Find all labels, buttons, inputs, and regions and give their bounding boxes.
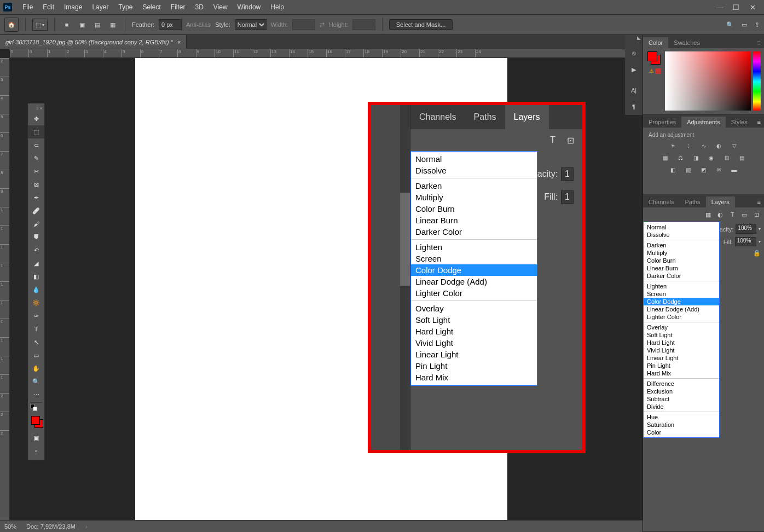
quick-select-tool[interactable]: ✎ [28, 152, 44, 165]
menu-file[interactable]: File [18, 3, 38, 11]
pen-tool[interactable]: ✑ [28, 309, 44, 322]
hand-tool[interactable]: ✋ [28, 362, 44, 375]
menu-filter[interactable]: Filter [166, 3, 190, 11]
blend-option[interactable]: Color Dodge [411, 264, 537, 276]
blend-option[interactable]: Color Dodge [644, 298, 719, 305]
search-icon[interactable]: 🔍 [726, 21, 734, 28]
zoomed-shape-filter-icon[interactable]: ⊡ [564, 134, 577, 147]
blend-option[interactable]: Normal [411, 153, 537, 165]
history-icon[interactable]: ⎋ [625, 45, 643, 61]
blend-option[interactable]: Difference [644, 380, 719, 388]
exposure-icon[interactable]: ◐ [714, 141, 724, 150]
tab-color[interactable]: Color [643, 37, 668, 48]
filter-shape-icon[interactable]: ▭ [740, 210, 749, 219]
eraser-tool[interactable]: ◢ [28, 257, 44, 270]
scrollbar-thumb[interactable] [400, 193, 410, 286]
edit-toolbar[interactable]: ⋯ [28, 388, 44, 401]
marquee-tool[interactable]: ⬚ [28, 125, 44, 138]
blend-option[interactable]: Linear Burn [411, 215, 537, 226]
menu-3d[interactable]: 3D [190, 3, 208, 11]
channel-mixer-icon[interactable]: ⊞ [722, 153, 732, 162]
hue-sat-icon[interactable]: ▦ [661, 153, 670, 162]
blend-option[interactable]: Color [644, 429, 719, 436]
color-field[interactable] [665, 51, 751, 111]
bw-icon[interactable]: ◨ [691, 153, 701, 162]
gradient-map-icon[interactable]: ▬ [730, 165, 739, 174]
tab-paths[interactable]: Paths [679, 196, 705, 207]
filter-smart-icon[interactable]: ⊡ [752, 210, 761, 219]
blend-option[interactable]: Darken [411, 180, 537, 192]
blend-option[interactable]: Overlay [411, 303, 537, 314]
menu-view[interactable]: View [209, 3, 233, 11]
blend-option[interactable]: Dissolve [644, 231, 719, 239]
blend-option[interactable]: Screen [644, 290, 719, 298]
type-tool[interactable]: T [28, 322, 44, 336]
opacity-input[interactable]: 100% [736, 224, 756, 234]
tab-layers[interactable]: Layers [706, 196, 735, 207]
panel-menu-icon[interactable]: ≡ [754, 117, 764, 128]
panel-menu-icon[interactable]: ≡ [754, 196, 764, 207]
tab-adjustments[interactable]: Adjustments [681, 117, 726, 128]
menu-type[interactable]: Type [113, 3, 137, 11]
zoomed-blend-dropdown[interactable]: NormalDissolveDarkenMultiplyColor BurnLi… [410, 151, 537, 386]
posterize-icon[interactable]: ▨ [684, 165, 693, 174]
crop-tool[interactable]: ✂ [28, 165, 44, 178]
current-tool-icon[interactable]: ⬚▾ [32, 19, 48, 31]
filter-adjust-icon[interactable]: ◐ [716, 210, 725, 219]
dodge-tool[interactable]: 🔆 [28, 296, 44, 309]
blend-option[interactable]: Vivid Light [644, 346, 719, 354]
blend-option[interactable]: Hard Mix [411, 372, 537, 383]
menu-edit[interactable]: Edit [38, 3, 59, 11]
blend-option[interactable]: Lighten [411, 241, 537, 253]
hue-slider[interactable] [753, 51, 761, 111]
blend-option[interactable]: Screen [411, 253, 537, 264]
menu-image[interactable]: Image [59, 3, 87, 11]
blend-option[interactable]: Divide [644, 403, 719, 410]
quick-mask-icon[interactable]: ▣ [28, 431, 44, 444]
blend-option[interactable]: Hard Mix [644, 369, 719, 377]
blend-option[interactable]: Lighten [644, 282, 719, 290]
blend-option[interactable]: Lighter Color [644, 313, 719, 321]
history-brush-tool[interactable]: ↶ [28, 244, 44, 257]
levels-icon[interactable]: ⫶ [684, 141, 693, 150]
statusbar-chevron-icon[interactable]: › [85, 523, 88, 530]
actions-icon[interactable]: ▶ [625, 61, 643, 78]
panel-menu-icon[interactable]: ≡ [754, 37, 764, 48]
filter-type-icon[interactable]: T [728, 210, 737, 219]
zoomed-type-filter-icon[interactable]: T [546, 134, 559, 147]
blend-option[interactable]: Color Burn [644, 257, 719, 264]
selective-color-icon[interactable]: ✉ [714, 165, 724, 174]
tab-properties[interactable]: Properties [643, 117, 681, 128]
blend-option[interactable]: Saturation [644, 421, 719, 429]
blend-option[interactable]: Linear Dodge (Add) [644, 305, 719, 313]
move-tool[interactable]: ✥ [28, 112, 44, 125]
default-colors-icon[interactable] [30, 404, 42, 413]
blend-option[interactable]: Linear Light [644, 354, 719, 362]
blend-mode-dropdown[interactable]: NormalDissolveDarkenMultiplyColor BurnLi… [643, 222, 720, 438]
filter-pixel-icon[interactable]: ▦ [704, 210, 713, 219]
vibrance-icon[interactable]: ▽ [730, 141, 739, 150]
subtract-selection-icon[interactable]: ▤ [92, 19, 103, 30]
intersect-selection-icon[interactable]: ▦ [107, 19, 118, 30]
tab-styles[interactable]: Styles [726, 117, 753, 128]
blend-option[interactable]: Exclusion [644, 388, 719, 395]
blend-option[interactable]: Subtract [644, 395, 719, 403]
share-icon[interactable]: ⇪ [755, 21, 760, 28]
expand-panels-icon[interactable]: ◣ [637, 35, 641, 41]
blend-option[interactable]: Multiply [644, 249, 719, 257]
menu-select[interactable]: Select [137, 3, 165, 11]
blend-option[interactable]: Hue [644, 413, 719, 421]
path-select-tool[interactable]: ↖ [28, 336, 44, 349]
menu-layer[interactable]: Layer [87, 3, 113, 11]
style-select[interactable]: Normal [235, 19, 267, 30]
zoom-level[interactable]: 50% [4, 523, 16, 530]
zoomed-opacity-input[interactable]: 1 [561, 167, 574, 181]
blend-option[interactable]: Soft Light [644, 331, 719, 339]
feather-input[interactable] [159, 19, 182, 30]
new-selection-icon[interactable]: ■ [61, 19, 72, 30]
lut-icon[interactable]: ▤ [737, 153, 747, 162]
threshold-icon[interactable]: ◩ [699, 165, 709, 174]
workspace-icon[interactable]: ▭ [742, 21, 747, 28]
blend-option[interactable]: Vivid Light [411, 337, 537, 349]
blend-option[interactable]: Lighter Color [411, 287, 537, 299]
